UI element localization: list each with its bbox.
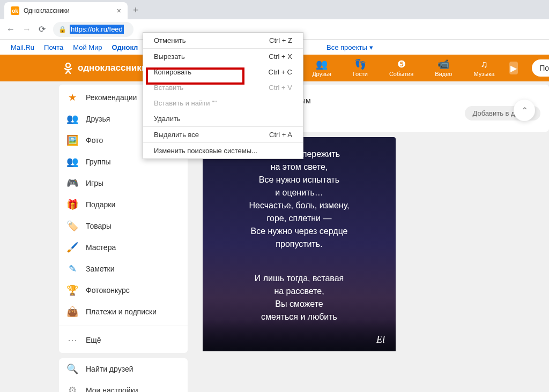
friends-icon: 👥 (66, 113, 78, 125)
tag-icon: 🏷️ (66, 220, 78, 232)
sidebar-item-label: Найти друзей (86, 365, 133, 373)
svg-point-0 (66, 63, 70, 67)
url-text: https://ok.ru/feed (70, 25, 124, 34)
ctx-shortcut: Ctrl + X (269, 52, 292, 61)
mailru-link-ok[interactable]: Однокл (112, 43, 138, 51)
search-button[interactable]: По (532, 59, 549, 77)
nav-label: Музыка (473, 71, 494, 77)
sidebar-item-settings[interactable]: ⚙Мои настройки (59, 380, 188, 392)
star-icon: ★ (66, 92, 78, 103)
sidebar-item-goods[interactable]: 🏷️Товары (59, 215, 188, 237)
ctx-delete[interactable]: Удалить (143, 111, 303, 126)
ctx-shortcut: Ctrl + Z (269, 36, 292, 44)
sidebar-item-masters[interactable]: 🖌️Мастера (59, 237, 188, 258)
sidebar-item-gifts[interactable]: 🎁Подарки (59, 194, 188, 215)
signature: El (376, 333, 385, 347)
sidebar-item-games[interactable]: 🎮Игры (59, 172, 188, 194)
nav-video[interactable]: 📹Видео (435, 59, 452, 77)
forward-button[interactable]: → (23, 25, 31, 34)
nav-friends[interactable]: 👥Друзья (312, 59, 331, 77)
address-bar[interactable]: 🔒 https://ok.ru/feed (53, 22, 133, 37)
mailru-link-mail[interactable]: Почта (44, 43, 63, 51)
ctx-search-engines[interactable]: Изменить поисковые системы... (143, 143, 303, 159)
chevron-down-icon: ▾ (369, 43, 373, 51)
sidebar-item-label: Подарки (86, 200, 115, 209)
scroll-to-top-button[interactable]: ⌃ (514, 100, 535, 121)
back-button[interactable]: ← (6, 25, 15, 34)
nav-label: Гости (353, 71, 368, 77)
reload-button[interactable]: ⟳ (39, 24, 46, 34)
sidebar-item-find-friends[interactable]: 🔍Найти друзей (59, 358, 188, 380)
nav-music[interactable]: ♫Музыка (473, 59, 494, 77)
ctx-label: Вырезать (154, 52, 185, 61)
nav-label: Друзья (312, 71, 331, 77)
ctx-shortcut: Ctrl + A (269, 131, 292, 139)
ctx-label: Выделить все (154, 131, 199, 139)
lock-icon: 🔒 (58, 26, 66, 33)
ctx-undo[interactable]: ОтменитьCtrl + Z (143, 33, 303, 48)
sidebar-item-label: Платежи и подписки (86, 307, 157, 316)
sidebar-item-label: Заметки (86, 265, 115, 273)
sidebar-item-more[interactable]: ⋯Ещё (59, 329, 188, 351)
ok-brand-text: одноклассники (78, 63, 147, 73)
new-tab-button[interactable]: + (128, 5, 144, 19)
sidebar-item-label: Группы (86, 157, 111, 166)
wallet-icon: 👜 (66, 306, 78, 318)
mailru-link[interactable]: Mail.Ru (11, 43, 34, 51)
post-text: Все нужно пережить на этом свете, Все ну… (213, 148, 385, 251)
ctx-label: Копировать (154, 68, 191, 76)
gift-icon: 🎁 (66, 199, 78, 210)
pen-icon: ✎ (66, 263, 78, 275)
play-button[interactable]: ▶ (509, 62, 518, 74)
nav-events[interactable]: ❺События (389, 59, 413, 77)
ctx-shortcut: Ctrl + C (269, 68, 292, 76)
nav-guests[interactable]: 👣Гости (353, 59, 368, 77)
ok-top-nav: 👥Друзья 👣Гости ❺События 📹Видео ♫Музыка (312, 59, 494, 77)
sidebar-item-contest[interactable]: 🏆Фотоконкурс (59, 280, 188, 301)
nav-label: Видео (435, 71, 452, 77)
ctx-label: Удалить (154, 115, 181, 123)
photo-icon: 🖼️ (66, 134, 78, 146)
gear-icon: ⚙ (66, 385, 78, 392)
chevron-up-icon: ⌃ (521, 105, 528, 116)
ctx-cut[interactable]: ВырезатьCtrl + X (143, 49, 303, 64)
music-icon: ♫ (480, 59, 488, 70)
sidebar-item-label: Ещё (86, 336, 101, 344)
post-image[interactable]: Все нужно пережить на этом свете, Все ну… (203, 137, 396, 351)
search-icon: 🔍 (66, 363, 78, 375)
sidebar-item-label: Мастера (86, 243, 116, 252)
gamepad-icon: 🎮 (66, 177, 78, 189)
groups-icon: 👥 (66, 156, 78, 168)
nav-label: События (389, 71, 413, 77)
video-icon: 📹 (437, 59, 449, 70)
all-projects-dropdown[interactable]: Все проекты ▾ (327, 43, 373, 51)
post-author-fragment: ым (300, 96, 540, 105)
context-menu: ОтменитьCtrl + Z ВырезатьCtrl + X Копиро… (143, 32, 303, 159)
browser-tab[interactable]: ok Одноклассники × (4, 2, 128, 19)
ok-logo-icon (62, 62, 75, 74)
separator (59, 326, 188, 326)
sidebar-item-label: Рекомендации (86, 93, 137, 102)
mailru-link-world[interactable]: Мой Мир (73, 43, 102, 51)
post-text: И лишь тогда, вставая на рассвете, Вы см… (213, 272, 385, 323)
ctx-select-all[interactable]: Выделить всеCtrl + A (143, 127, 303, 142)
tab-favicon-icon: ok (11, 6, 19, 15)
left-sidebar-secondary: 🔍Найти друзей ⚙Мои настройки (59, 358, 188, 392)
ctx-shortcut: Ctrl + V (269, 84, 292, 92)
browser-tab-strip: ok Одноклассники × + (0, 0, 549, 19)
friends-icon: 👥 (316, 59, 328, 70)
ctx-copy[interactable]: КопироватьCtrl + C (143, 64, 303, 80)
sidebar-item-notes[interactable]: ✎Заметки (59, 258, 188, 280)
ctx-label: Изменить поисковые системы... (154, 147, 257, 155)
sidebar-item-label: Товары (86, 222, 112, 230)
ctx-label: Вставить и найти "" (154, 99, 217, 107)
close-icon[interactable]: × (117, 6, 121, 15)
silhouette-decoration (203, 319, 396, 351)
ok-logo-link[interactable]: одноклассники (62, 62, 147, 74)
trophy-icon: 🏆 (66, 284, 78, 296)
events-icon: ❺ (397, 59, 406, 70)
sidebar-item-payments[interactable]: 👜Платежи и подписки (59, 301, 188, 322)
ctx-label: Вставить (154, 84, 183, 92)
play-icon: ▶ (510, 63, 517, 73)
sidebar-item-label: Фотоконкурс (86, 286, 130, 295)
